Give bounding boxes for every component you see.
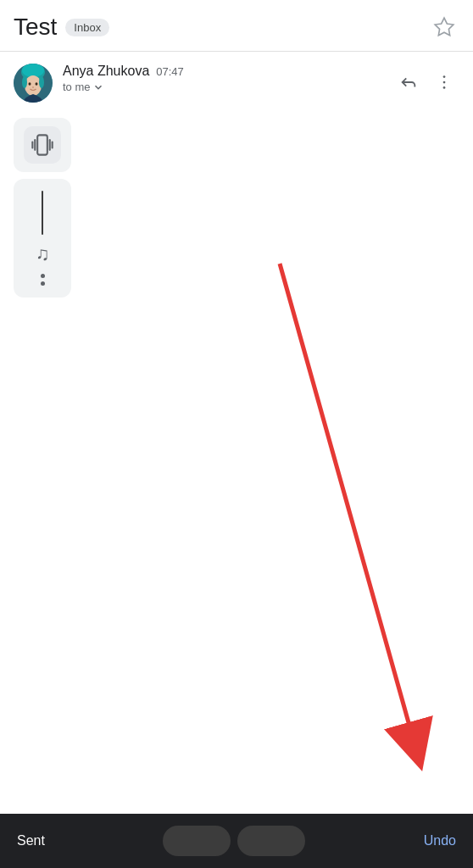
svg-point-5 bbox=[22, 76, 27, 88]
dot-1 bbox=[41, 274, 45, 278]
page-title: Test bbox=[14, 14, 57, 41]
waveform-container bbox=[26, 187, 58, 238]
dot-2 bbox=[41, 281, 45, 286]
svg-point-4 bbox=[25, 75, 42, 96]
sender-name: Anya Zhukova bbox=[63, 64, 149, 79]
reply-icon bbox=[399, 73, 418, 92]
svg-point-6 bbox=[39, 76, 44, 88]
audio-card[interactable]: ♫ bbox=[14, 179, 71, 298]
svg-point-8 bbox=[36, 82, 38, 86]
more-options-button[interactable] bbox=[429, 67, 459, 97]
recipient-label: to me bbox=[63, 81, 91, 93]
svg-point-10 bbox=[443, 75, 446, 78]
sent-label: Sent bbox=[17, 833, 45, 849]
vibrate-icon-box bbox=[24, 126, 61, 164]
waveform-line bbox=[42, 191, 43, 235]
sender-name-row: Anya Zhukova 07:47 bbox=[63, 64, 383, 79]
email-header-bar: Test Inbox bbox=[0, 0, 473, 51]
bottom-bar-pills bbox=[163, 826, 305, 856]
avatar[interactable] bbox=[14, 64, 53, 103]
sender-info: Anya Zhukova 07:47 to me bbox=[63, 64, 383, 93]
more-dots-icon[interactable] bbox=[41, 274, 45, 286]
bottom-pill-1 bbox=[163, 826, 231, 856]
svg-line-19 bbox=[280, 264, 415, 747]
content-area: ♫ bbox=[0, 111, 473, 304]
avatar-image bbox=[14, 64, 53, 103]
music-note-icon: ♫ bbox=[36, 245, 50, 264]
svg-point-7 bbox=[29, 82, 31, 86]
star-icon bbox=[433, 16, 455, 38]
more-options-icon bbox=[435, 73, 454, 92]
svg-point-12 bbox=[443, 86, 446, 89]
inbox-badge[interactable]: Inbox bbox=[65, 19, 109, 36]
svg-point-9 bbox=[32, 86, 34, 87]
header-left: Test Inbox bbox=[14, 14, 109, 41]
email-sender-row: Anya Zhukova 07:47 to me bbox=[0, 52, 473, 111]
svg-marker-0 bbox=[435, 18, 454, 36]
bottom-bar: Sent Undo bbox=[0, 814, 473, 868]
vibrate-icon bbox=[31, 133, 54, 157]
chevron-down-icon bbox=[92, 81, 104, 93]
svg-point-3 bbox=[22, 64, 44, 77]
vibrate-card[interactable] bbox=[14, 118, 71, 172]
reply-button[interactable] bbox=[393, 67, 424, 97]
email-actions bbox=[393, 67, 459, 97]
star-button[interactable] bbox=[429, 12, 459, 42]
svg-point-11 bbox=[443, 81, 446, 84]
undo-button[interactable]: Undo bbox=[424, 833, 456, 849]
email-time: 07:47 bbox=[156, 65, 184, 78]
bottom-pill-2 bbox=[237, 826, 305, 856]
svg-rect-13 bbox=[37, 135, 47, 154]
recipient-row[interactable]: to me bbox=[63, 81, 383, 93]
